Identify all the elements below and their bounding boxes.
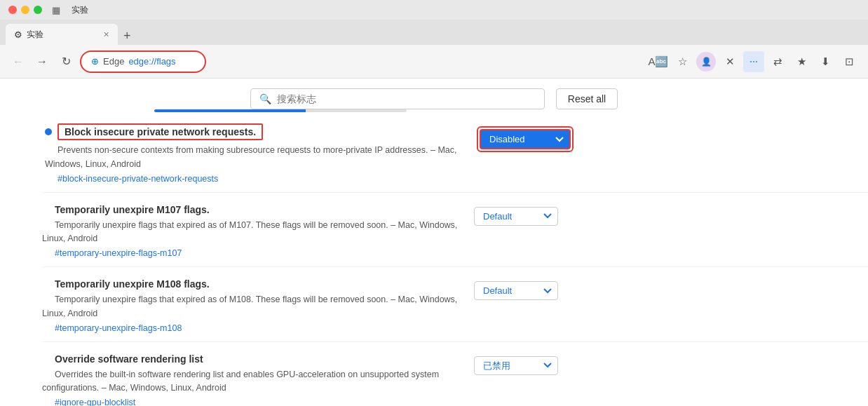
close-x-button[interactable]: ✕ — [719, 51, 740, 72]
favorites-button[interactable]: ☆ — [672, 51, 693, 72]
flag-desc-block-insecure: Prevents non-secure contexts from making… — [45, 145, 456, 169]
minimize-button[interactable] — [21, 6, 29, 14]
flag-item-override-software: Override software rendering list Overrid… — [42, 342, 868, 407]
star-button[interactable]: ★ — [791, 51, 812, 72]
reset-all-button[interactable]: Reset all — [556, 88, 618, 109]
flag-content-m107: Temporarily unexpire M107 flags. Tempora… — [42, 204, 463, 259]
flag-dot — [45, 128, 52, 135]
tabbar: ⚙ 实验 ✕ + — [0, 20, 868, 45]
flag-select-m107[interactable]: Default Enabled Disabled — [474, 207, 558, 226]
flag-item-m108: Temporarily unexpire M108 flags. Tempora… — [42, 267, 868, 342]
share-button[interactable]: ⇄ — [767, 51, 788, 72]
forward-button[interactable]: → — [32, 52, 52, 72]
profile-button[interactable]: 👤 — [696, 51, 717, 72]
browser-name: Edge — [103, 56, 124, 67]
active-tab[interactable]: ⚙ 实验 ✕ — [6, 24, 118, 45]
download-button[interactable]: ⬇ — [815, 51, 836, 72]
flag-title-m108: Temporarily unexpire M108 flags. — [55, 278, 210, 290]
search-area: 🔍 Reset all — [0, 79, 868, 109]
search-icon: 🔍 — [259, 93, 271, 104]
flag-desc-override: Overrides the built-in software renderin… — [42, 370, 439, 393]
address-url: edge://flags — [128, 56, 175, 67]
settings-button[interactable]: ⊡ — [839, 51, 860, 72]
flag-title-row: Block insecure private network requests. — [45, 123, 466, 140]
flag-title-row-m108: Temporarily unexpire M108 flags. — [42, 278, 463, 290]
flag-title-block-insecure: Block insecure private network requests. — [57, 123, 263, 140]
flag-control-m108: Default Enabled Disabled — [474, 281, 558, 300]
tab-group-icon: ▦ — [52, 5, 60, 15]
flag-control-block-insecure: Disabled Default Enabled — [477, 126, 574, 152]
flag-link-block-insecure[interactable]: #block-insecure-private-network-requests — [57, 174, 466, 184]
flag-item-m107: Temporarily unexpire M107 flags. Tempora… — [42, 193, 868, 268]
tab-edge-icon: ⚙ — [14, 29, 22, 40]
flag-desc-m108: Temporarily unexpire flags that expired … — [42, 295, 457, 318]
navbar: ← → ↻ ⊕ Edge edge://flags A🔤 ☆ 👤 ✕ ⋯ ⇄ ★… — [0, 45, 868, 79]
flag-control-override: 已禁用 默认 已启用 — [474, 356, 558, 375]
new-tab-button[interactable]: + — [121, 29, 134, 43]
flags-list: Block insecure private network requests.… — [0, 112, 868, 406]
profile-avatar[interactable]: 👤 — [696, 52, 716, 72]
titlebar-title: 实验 — [72, 4, 88, 16]
flag-title-m107: Temporarily unexpire M107 flags. — [55, 204, 210, 215]
search-input[interactable] — [277, 93, 536, 104]
close-button[interactable] — [8, 6, 17, 14]
flag-select-m108[interactable]: Default Enabled Disabled — [474, 281, 558, 300]
flag-link-m107[interactable]: #temporary-unexpire-flags-m107 — [55, 248, 463, 258]
edge-icon: ⊕ — [91, 56, 99, 67]
main-content: 🔍 Reset all Block insecure private netwo… — [0, 79, 868, 406]
flag-link-override[interactable]: #ignore-gpu-blocklist — [55, 398, 463, 406]
flag-title-override: Override software rendering list — [55, 353, 203, 365]
tab-close-button[interactable]: ✕ — [103, 30, 109, 39]
flag-select-override[interactable]: 已禁用 默认 已启用 — [474, 356, 558, 375]
flag-item-block-insecure: Block insecure private network requests.… — [42, 112, 868, 193]
flag-control-m107: Default Enabled Disabled — [474, 207, 558, 226]
flag-title-row-m107: Temporarily unexpire M107 flags. — [42, 204, 463, 215]
refresh-button[interactable]: ↻ — [56, 52, 76, 72]
flag-title-row-override: Override software rendering list — [42, 353, 463, 365]
search-input-wrap: 🔍 — [250, 88, 545, 109]
flag-content-m108: Temporarily unexpire M108 flags. Tempora… — [42, 278, 463, 333]
titlebar: ▦ 实验 — [0, 0, 868, 20]
flag-content-block-insecure: Block insecure private network requests.… — [45, 123, 466, 184]
flag-select-block-insecure[interactable]: Disabled Default Enabled — [480, 129, 571, 149]
address-bar[interactable]: ⊕ Edge edge://flags — [80, 50, 206, 73]
extensions-button[interactable]: ⋯ — [743, 51, 764, 72]
translate-button[interactable]: A🔤 — [648, 51, 669, 72]
flag-content-override-software: Override software rendering list Overrid… — [42, 353, 463, 407]
tab-label: 实验 — [27, 29, 43, 41]
flag-link-m108[interactable]: #temporary-unexpire-flags-m108 — [55, 323, 463, 333]
maximize-button[interactable] — [34, 6, 42, 14]
traffic-lights — [8, 6, 42, 14]
flag-desc-m107: Temporarily unexpire flags that expired … — [42, 220, 457, 244]
nav-icons: A🔤 ☆ 👤 ✕ ⋯ ⇄ ★ ⬇ ⊡ — [648, 51, 860, 72]
back-button[interactable]: ← — [8, 52, 28, 72]
